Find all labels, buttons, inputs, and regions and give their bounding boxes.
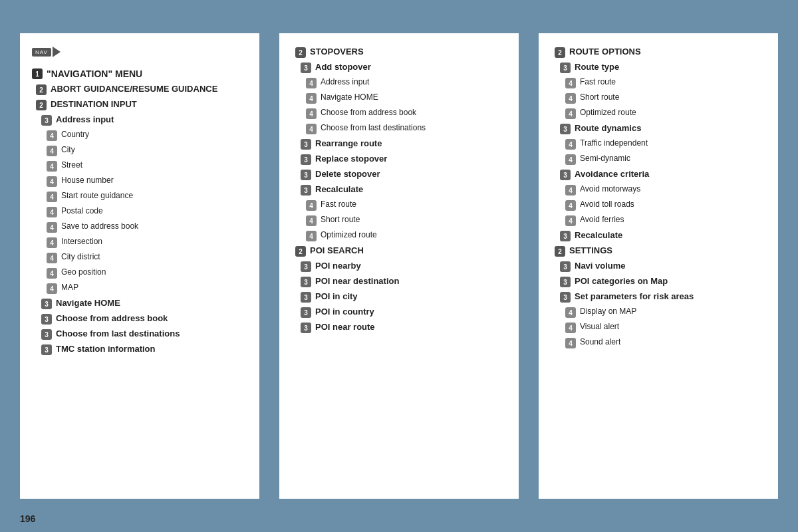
list-item: 3POI categories on Map [551,276,766,287]
item-label: Optimized route [321,230,377,241]
level-badge: 4 [565,154,576,165]
item-label: Avoid ferries [580,215,624,225]
level-badge: 1 [32,68,43,79]
list-item: 4Avoid motorways [551,184,766,196]
item-label: Add stopover [315,62,371,73]
item-label: MAP [61,283,78,293]
list-item: 4Save to address book [32,221,247,233]
item-label: Fast route [580,77,616,88]
item-label: Traffic independent [580,138,648,149]
level-badge: 3 [41,314,52,325]
item-label: Start route guidance [61,191,133,201]
level-badge: 2 [295,246,306,257]
level-badge: 4 [565,139,576,150]
level-badge: 4 [306,124,317,134]
level-badge: 4 [47,192,57,202]
level-badge: 2 [36,84,47,95]
item-label: Address input [321,77,369,88]
column-1: NAV 1"NAVIGATION" MENU2ABORT GUIDANCE/RE… [20,33,259,499]
level-badge: 4 [565,307,576,318]
item-label: Choose from last destinations [321,123,426,134]
item-label: Avoid toll roads [580,200,634,210]
nav-icon: NAV [32,47,247,57]
list-item: 4MAP [32,283,247,294]
item-label: Short route [321,215,360,225]
item-label: Avoidance criteria [575,169,649,180]
list-item: 3Navigate HOME [32,298,247,309]
list-item: 4Avoid toll roads [551,200,766,211]
level-badge: 3 [301,139,311,150]
list-item: 1"NAVIGATION" MENU [32,68,247,80]
level-badge: 4 [47,161,57,172]
list-item: 2ROUTE OPTIONS [551,47,766,58]
level-badge: 3 [301,323,311,333]
list-item: 4Avoid ferries [551,215,766,226]
item-label: Set parameters for risk areas [575,291,694,303]
list-item: 2ABORT GUIDANCE/RESUME GUIDANCE [32,84,247,95]
list-item: 4Address input [291,77,507,88]
nav-tag: NAV [32,48,51,57]
level-badge: 4 [47,146,57,156]
list-item: 4Navigate HOME [291,92,507,104]
list-item: 4Fast route [291,200,507,211]
list-item: 4Short route [291,215,507,226]
item-label: Street [61,160,82,171]
col2-menu-items: 2STOPOVERS3Add stopover4Address input4Na… [291,47,507,333]
list-item: 4Street [32,160,247,172]
list-item: 3Choose from address book [32,313,247,325]
list-item: 4Intersection [32,237,247,248]
level-badge: 2 [295,47,306,58]
level-badge: 4 [47,207,57,217]
level-badge: 3 [301,277,311,287]
list-item: 3POI nearby [291,261,507,272]
level-badge: 4 [565,108,576,119]
item-label: Optimized route [580,108,636,118]
item-label: POI categories on Map [575,276,668,287]
level-badge: 3 [41,299,52,309]
level-badge: 3 [560,292,571,303]
level-badge: 4 [47,253,57,263]
list-item: 4Optimized route [291,230,507,241]
item-label: Country [61,130,89,140]
item-label: Recalculate [315,184,363,196]
level-badge: 4 [306,231,317,241]
item-label: POI SEARCH [310,245,364,257]
level-badge: 4 [306,93,317,104]
level-badge: 4 [306,78,317,88]
list-item: 2DESTINATION INPUT [32,99,247,110]
item-label: Avoid motorways [580,184,640,195]
level-badge: 4 [47,268,57,279]
item-label: Navigate HOME [321,92,378,103]
item-label: Visual alert [580,322,619,332]
level-badge: 4 [565,93,576,104]
nav-arrow-icon [53,47,61,57]
item-label: Address input [56,114,114,126]
level-badge: 4 [565,185,576,196]
level-badge: 3 [301,307,311,318]
item-label: Navi volume [575,261,626,272]
list-item: 3Avoidance criteria [551,169,766,180]
list-item: 4Choose from address book [291,108,507,119]
item-label: House number [61,176,114,186]
level-badge: 4 [306,200,317,211]
level-badge: 4 [47,283,57,294]
list-item: 4Short route [551,92,766,104]
level-badge: 4 [47,176,57,187]
level-badge: 3 [41,329,52,340]
level-badge: 4 [565,215,576,226]
list-item: 4Geo position [32,267,247,279]
list-item: 4Visual alert [551,322,766,333]
list-item: 4House number [32,176,247,187]
level-badge: 3 [560,261,571,272]
list-item: 4Semi-dynamic [551,154,766,165]
item-label: POI nearby [315,261,361,272]
item-label: SETTINGS [569,245,612,257]
level-badge: 3 [560,124,571,134]
level-badge: 3 [41,344,52,355]
item-label: Save to address book [61,221,138,232]
item-label: City [61,145,75,156]
list-item: 2SETTINGS [551,245,766,257]
level-badge: 4 [565,200,576,211]
list-item: 3Navi volume [551,261,766,272]
level-badge: 3 [560,277,571,287]
